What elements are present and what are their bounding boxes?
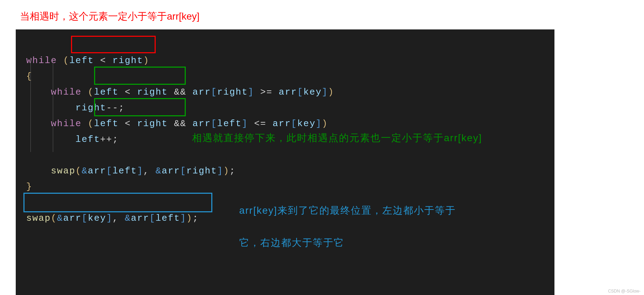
var-left: left [94, 118, 119, 129]
op-gte: >= [260, 87, 273, 97]
semicolon: ; [119, 103, 125, 113]
rparen: ) [143, 55, 150, 66]
op-and: && [174, 87, 186, 97]
comma: , [143, 166, 150, 176]
blue-annotation-line2: 它，右边都大于等于它 [239, 237, 344, 248]
rbracket: ] [316, 118, 322, 129]
line-6: left++; [26, 134, 119, 145]
rparen: ) [186, 213, 193, 224]
lbracket: [ [106, 166, 113, 176]
lparen: ( [51, 213, 57, 224]
top-red-annotation: 当相遇时，这个元素一定小于等于arr[key] [16, 0, 554, 29]
amp: & [125, 213, 131, 224]
lbracket: [ [82, 213, 88, 224]
lbracket: [ [211, 118, 217, 129]
var-arr: arr [192, 87, 211, 97]
blue-annotation: arr[key]来到了它的最终位置，左边都小于等于 它，右边都大于等于它 [219, 186, 443, 267]
line-9: swap(&arr[key], &arr[left]); [26, 213, 199, 224]
var-key: key [303, 87, 322, 97]
var-arr: arr [63, 213, 82, 224]
var-right: right [137, 87, 168, 97]
lparen: ( [76, 166, 82, 176]
var-right: right [76, 103, 106, 113]
lparen: ( [63, 55, 70, 66]
var-arr: arr [131, 213, 149, 224]
op-lt: < [100, 55, 106, 66]
var-left: left [69, 55, 94, 66]
watermark: CSDN @-SGlow- [608, 289, 641, 294]
amp: & [82, 166, 88, 176]
rbracket: ] [137, 166, 143, 176]
amp: & [57, 213, 63, 224]
lparen: ( [88, 118, 94, 129]
rbracket: ] [217, 166, 224, 176]
indent-guide [30, 57, 31, 152]
var-left: left [76, 134, 100, 145]
var-arr: arr [273, 118, 291, 129]
amp: & [156, 166, 162, 176]
keyword-while: while [51, 87, 82, 97]
open-brace: { [26, 71, 33, 82]
green-highlight-box-1 [94, 67, 186, 85]
var-key: key [297, 118, 316, 129]
indent-guide [53, 57, 53, 152]
keyword-while: while [51, 118, 82, 129]
line-7: swap(&arr[left], &arr[right]); [26, 166, 236, 176]
var-key: key [88, 213, 106, 224]
comma: , [112, 213, 119, 224]
blue-annotation-line1: arr[key]来到了它的最终位置，左边都小于等于 [239, 205, 456, 216]
var-arr: arr [192, 118, 211, 129]
code-block: while (left < right) { while (left < rig… [16, 29, 554, 295]
var-arr: arr [88, 166, 106, 176]
rparen: ) [322, 118, 328, 129]
line-blank [26, 150, 33, 160]
var-right: right [112, 55, 143, 66]
blue-highlight-box [23, 193, 212, 212]
var-left: left [94, 87, 119, 97]
var-right: right [217, 87, 248, 97]
rparen: ) [328, 87, 334, 97]
var-left: left [112, 166, 137, 176]
var-arr: arr [279, 87, 297, 97]
line-blank2 [26, 197, 33, 208]
op-lte: <= [254, 118, 266, 129]
rbracket: ] [180, 213, 186, 224]
line-3: while (left < right && arr[right] >= arr… [26, 87, 334, 97]
fn-swap: swap [51, 166, 75, 176]
var-left: left [217, 118, 242, 129]
var-left: left [156, 213, 180, 224]
op-and: && [174, 118, 186, 129]
lparen: ( [88, 87, 94, 97]
line-8: } [26, 181, 33, 192]
document-container: 当相遇时，这个元素一定小于等于arr[key] while (left < ri… [16, 0, 554, 295]
close-brace: } [26, 181, 33, 192]
line-2: { [26, 71, 33, 82]
rbracket: ] [322, 87, 328, 97]
var-right: right [186, 166, 217, 176]
line-4: right--; [26, 103, 125, 113]
lbracket: [ [180, 166, 186, 176]
op-lt: < [125, 87, 131, 97]
line-5: while (left < right && arr[left] <= arr[… [26, 118, 328, 129]
lbracket: [ [211, 87, 217, 97]
green-annotation: 相遇就直接停下来，此时相遇点的元素也一定小于等于arr[key] [192, 130, 482, 146]
lbracket: [ [149, 213, 156, 224]
rparen: ) [223, 166, 229, 176]
lbracket: [ [291, 118, 297, 129]
op-dec: -- [106, 103, 119, 113]
line-1: while (left < right) [26, 55, 149, 66]
rbracket: ] [106, 213, 113, 224]
op-inc: ++ [100, 134, 112, 145]
var-arr: arr [162, 166, 180, 176]
var-right: right [137, 118, 168, 129]
semicolon: ; [192, 213, 199, 224]
rbracket: ] [248, 87, 254, 97]
semicolon: ; [229, 166, 236, 176]
lbracket: [ [297, 87, 304, 97]
semicolon: ; [112, 134, 119, 145]
op-lt: < [125, 118, 131, 129]
red-highlight-box [71, 36, 156, 53]
fn-swap: swap [26, 213, 51, 224]
keyword-while: while [26, 55, 57, 66]
rbracket: ] [242, 118, 248, 129]
